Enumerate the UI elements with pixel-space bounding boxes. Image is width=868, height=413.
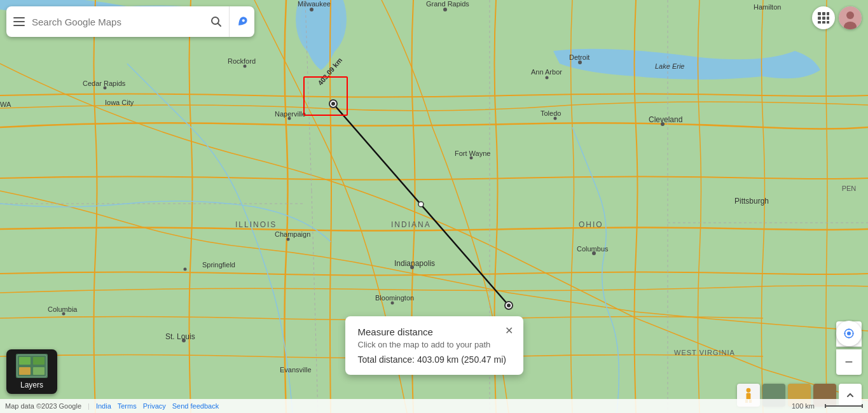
layers-label: Layers: [20, 381, 43, 389]
attribution-separator: |: [88, 402, 90, 410]
svg-rect-70: [827, 17, 829, 20]
layers-button[interactable]: Layers: [6, 349, 57, 394]
svg-text:Naperville: Naperville: [275, 110, 306, 118]
svg-text:Cleveland: Cleveland: [649, 115, 682, 124]
svg-point-30: [418, 202, 424, 207]
popup-title: Measure distance: [358, 326, 511, 337]
svg-text:PEN: PEN: [842, 185, 857, 192]
close-popup-button[interactable]: ✕: [502, 323, 517, 338]
svg-text:Columbus: Columbus: [577, 245, 609, 253]
map-container[interactable]: 403.09 km Milwaukee Grand Rapids Hamilto…: [0, 0, 868, 413]
svg-text:Rockford: Rockford: [228, 57, 256, 65]
svg-text:Grand Rapids: Grand Rapids: [426, 0, 469, 8]
map-data-attribution: Map data ©2023 Google: [5, 402, 81, 410]
search-bar: [6, 6, 254, 37]
svg-text:Cedar Rapids: Cedar Rapids: [83, 80, 126, 87]
svg-text:Columbia: Columbia: [48, 305, 78, 313]
svg-point-11: [546, 76, 549, 80]
scale-bar-label: 100 km: [792, 402, 815, 410]
svg-rect-61: [13, 21, 25, 22]
svg-text:St. Louis: St. Louis: [165, 332, 195, 341]
svg-point-89: [747, 388, 751, 393]
directions-icon-btn[interactable]: [229, 6, 254, 37]
svg-text:Milwaukee: Milwaukee: [298, 0, 331, 8]
svg-text:Toledo: Toledo: [541, 109, 561, 117]
menu-icon[interactable]: [6, 6, 32, 37]
svg-text:INDIANA: INDIANA: [391, 220, 431, 229]
svg-rect-69: [822, 17, 825, 20]
svg-text:OHIO: OHIO: [579, 220, 603, 229]
svg-rect-93: [825, 405, 863, 407]
svg-point-20: [391, 302, 394, 305]
svg-rect-78: [19, 357, 31, 365]
svg-point-27: [331, 102, 335, 106]
svg-point-83: [847, 332, 851, 335]
svg-rect-80: [19, 367, 31, 375]
svg-text:Bloomington: Bloomington: [375, 294, 414, 302]
popup-distance: Total distance: 403.09 km (250.47 mi): [358, 354, 511, 365]
svg-point-12: [554, 117, 557, 120]
top-right-controls: [812, 6, 862, 29]
svg-rect-72: [822, 21, 825, 24]
svg-rect-60: [13, 17, 25, 18]
layers-thumbnail: [16, 354, 48, 378]
svg-rect-66: [822, 12, 825, 15]
apps-grid-button[interactable]: [812, 6, 835, 29]
svg-point-29: [507, 304, 511, 307]
svg-rect-65: [818, 12, 821, 15]
search-input[interactable]: [32, 17, 203, 27]
scale-bar: [825, 403, 863, 409]
attribution-terms[interactable]: Terms: [118, 402, 137, 410]
svg-rect-67: [827, 12, 829, 15]
attribution-send-feedback[interactable]: Send feedback: [172, 402, 219, 410]
attribution-india[interactable]: India: [96, 402, 111, 410]
svg-rect-95: [862, 404, 863, 408]
svg-text:Lake Erie: Lake Erie: [655, 62, 684, 70]
pegman-area: [836, 321, 862, 346]
svg-point-19: [287, 238, 290, 241]
svg-rect-73: [827, 21, 829, 24]
svg-text:Hamilton: Hamilton: [754, 3, 781, 11]
svg-text:Pittsburgh: Pittsburgh: [734, 197, 769, 206]
zoom-out-button[interactable]: −: [836, 349, 862, 375]
svg-point-8: [310, 8, 313, 11]
measure-distance-popup: ✕ Measure distance Click on the map to a…: [345, 316, 523, 375]
svg-text:Ann Arbor: Ann Arbor: [531, 68, 562, 76]
svg-text:Indianapolis: Indianapolis: [394, 259, 435, 268]
svg-text:Champaign: Champaign: [275, 230, 310, 238]
svg-rect-94: [825, 404, 826, 408]
svg-text:Springfield: Springfield: [202, 261, 235, 269]
svg-rect-68: [818, 17, 821, 20]
svg-text:Evansville: Evansville: [280, 366, 312, 374]
svg-text:WEST VIRGINIA: WEST VIRGINIA: [674, 349, 735, 356]
attribution-bar: Map data ©2023 Google | India Terms Priv…: [0, 399, 868, 413]
svg-line-64: [218, 24, 221, 27]
svg-point-9: [443, 8, 447, 11]
location-button[interactable]: [836, 321, 862, 346]
avatar-button[interactable]: [839, 6, 862, 29]
svg-text:Iowa City: Iowa City: [105, 99, 134, 106]
svg-point-18: [184, 268, 187, 271]
svg-text:Detroit: Detroit: [569, 53, 589, 61]
svg-point-75: [846, 11, 854, 19]
svg-rect-79: [33, 357, 45, 365]
search-icon-btn[interactable]: [203, 6, 229, 37]
svg-rect-71: [818, 21, 821, 24]
attribution-privacy[interactable]: Privacy: [143, 402, 166, 410]
svg-rect-81: [33, 367, 45, 375]
svg-rect-62: [13, 25, 25, 26]
svg-text:Fort Wayne: Fort Wayne: [455, 150, 490, 157]
svg-point-22: [244, 65, 247, 68]
popup-subtitle: Click on the map to add to your path: [358, 340, 511, 349]
svg-text:ILLINOIS: ILLINOIS: [235, 220, 277, 229]
svg-text:WA: WA: [0, 101, 11, 108]
